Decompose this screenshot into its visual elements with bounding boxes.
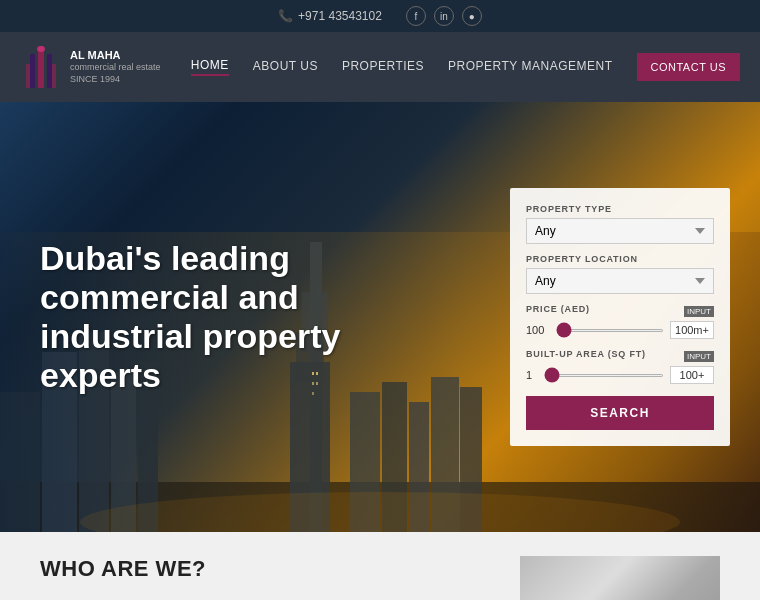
- price-max-input[interactable]: [670, 321, 714, 339]
- property-type-label: PROPERTY TYPE: [526, 204, 714, 214]
- instagram-icon[interactable]: ●: [462, 6, 482, 26]
- svg-rect-2: [47, 54, 52, 88]
- search-panel: PROPERTY TYPE Any PROPERTY LOCATION Any …: [510, 188, 730, 446]
- hero-section: Dubai's leading commercial and industria…: [0, 102, 760, 532]
- area-slider[interactable]: [544, 374, 664, 377]
- price-min-value: 100: [526, 324, 550, 336]
- area-max-input[interactable]: [670, 366, 714, 384]
- price-label: PRICE (AED): [526, 304, 590, 314]
- nav-about[interactable]: ABOUT US: [253, 59, 318, 75]
- logo-icon: [20, 44, 62, 90]
- logo: AL MAHA commercial real estate SINCE 199…: [20, 44, 161, 90]
- nav-property-management[interactable]: PROPERTY MANAGEMENT: [448, 59, 612, 75]
- svg-point-5: [37, 46, 45, 52]
- hero-title: Dubai's leading commercial and industria…: [40, 239, 420, 395]
- facebook-icon[interactable]: f: [406, 6, 426, 26]
- nav-home[interactable]: HOME: [191, 58, 229, 76]
- property-location-select[interactable]: Any: [526, 268, 714, 294]
- who-are-we-section: WHO ARE WE?: [40, 556, 490, 582]
- contact-us-button[interactable]: CONTACT US: [637, 53, 741, 81]
- social-icons: f in ●: [406, 6, 482, 26]
- svg-rect-1: [30, 54, 35, 88]
- property-location-label: PROPERTY LOCATION: [526, 254, 714, 264]
- area-input-tag: INPUT: [684, 351, 714, 362]
- svg-rect-0: [38, 46, 44, 88]
- price-input-tag: INPUT: [684, 306, 714, 317]
- navbar: AL MAHA commercial real estate SINCE 199…: [0, 32, 760, 102]
- area-min-value: 1: [526, 369, 538, 381]
- hero-content: Dubai's leading commercial and industria…: [0, 239, 510, 395]
- logo-text: AL MAHA commercial real estate SINCE 199…: [70, 48, 161, 86]
- price-slider[interactable]: [556, 329, 664, 332]
- who-image: [520, 556, 720, 600]
- search-button[interactable]: SEARCH: [526, 396, 714, 430]
- svg-rect-3: [26, 64, 30, 88]
- nav-links: HOME ABOUT US PROPERTIES PROPERTY MANAGE…: [191, 53, 740, 81]
- svg-rect-4: [52, 64, 56, 88]
- phone-number: 📞 +971 43543102: [278, 9, 382, 23]
- bottom-section: WHO ARE WE?: [0, 532, 760, 600]
- phone-icon: 📞: [278, 9, 293, 23]
- linkedin-icon[interactable]: in: [434, 6, 454, 26]
- area-label: BUILT-UP AREA (SQ FT): [526, 349, 646, 359]
- nav-properties[interactable]: PROPERTIES: [342, 59, 424, 75]
- top-bar: 📞 +971 43543102 f in ●: [0, 0, 760, 32]
- property-type-select[interactable]: Any: [526, 218, 714, 244]
- who-title: WHO ARE WE?: [40, 556, 490, 582]
